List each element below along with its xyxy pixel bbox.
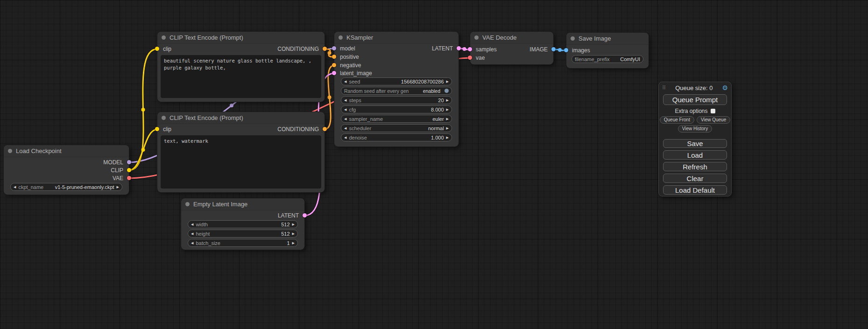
- node-title: CLIP Text Encode (Prompt): [169, 114, 243, 121]
- input-slot-vae: vae: [476, 54, 485, 62]
- batch-size-widget[interactable]: ◀ batch_size 1 ▶: [188, 239, 298, 247]
- vae-output-dot[interactable]: [127, 176, 131, 180]
- steps-widget[interactable]: ◀ steps 20 ▶: [341, 96, 452, 104]
- model-output-dot[interactable]: [127, 160, 131, 164]
- node-title: VAE Decode: [482, 34, 516, 41]
- save-button[interactable]: Save: [663, 139, 727, 148]
- increment-icon[interactable]: ▶: [292, 223, 295, 226]
- cfg-widget[interactable]: ◀ cfg 8.000 ▶: [341, 105, 452, 113]
- model-input-dot[interactable]: [332, 46, 336, 50]
- denoise-widget[interactable]: ◀ denoise 1.000 ▶: [341, 133, 452, 141]
- decrement-icon[interactable]: ◀: [191, 241, 193, 245]
- extra-options-checkbox[interactable]: [711, 109, 715, 113]
- clear-button[interactable]: Clear: [663, 174, 727, 183]
- graph-canvas[interactable]: Load Checkpoint MODEL CLIP VAE ◀ ckpt_na…: [0, 0, 868, 329]
- increment-icon[interactable]: ▶: [446, 108, 449, 111]
- ckpt-name-widget[interactable]: ◀ ckpt_name v1-5-pruned-emaonly.ckpt ▶: [10, 183, 122, 191]
- collapse-dot-icon[interactable]: [571, 36, 575, 41]
- collapse-dot-icon[interactable]: [8, 149, 12, 153]
- slot-label: images: [572, 47, 590, 54]
- image-output-dot[interactable]: [551, 47, 556, 51]
- positive-input-dot[interactable]: [332, 55, 336, 59]
- collapse-dot-icon[interactable]: [474, 35, 479, 40]
- prev-value-icon[interactable]: ◀: [344, 126, 346, 130]
- images-input-dot[interactable]: [564, 48, 568, 52]
- output-slot-latent: LATENT: [278, 212, 299, 219]
- prompt-textarea[interactable]: beautiful scenery nature glass bottle la…: [161, 55, 321, 98]
- decrement-icon[interactable]: ◀: [191, 223, 193, 226]
- collapse-dot-icon[interactable]: [185, 202, 190, 206]
- increment-icon[interactable]: ▶: [446, 136, 449, 139]
- widget-label: denoise: [349, 135, 367, 140]
- decrement-icon[interactable]: ◀: [344, 80, 346, 83]
- decrement-icon[interactable]: ◀: [191, 232, 193, 235]
- link-midpoint-dot: [328, 51, 332, 55]
- sampler-name-widget[interactable]: ◀ sampler_name euler ▶: [341, 115, 452, 123]
- node-title-bar[interactable]: Load Checkpoint: [4, 145, 129, 157]
- drag-handle-icon[interactable]: ⠿: [662, 85, 666, 91]
- slot-label: clip: [163, 46, 171, 52]
- next-value-icon[interactable]: ▶: [117, 185, 119, 189]
- next-value-icon[interactable]: ▶: [446, 126, 449, 130]
- height-widget[interactable]: ◀ height 512 ▶: [188, 230, 298, 238]
- conditioning-output-dot[interactable]: [323, 47, 327, 51]
- filename-prefix-widget[interactable]: filename_prefix ComfyUI: [572, 55, 643, 63]
- node-clip-text-encode-positive[interactable]: CLIP Text Encode (Prompt) clip CONDITION…: [157, 32, 325, 102]
- node-vae-decode[interactable]: VAE Decode samples vae IMAGE: [470, 32, 553, 64]
- conditioning-output-dot[interactable]: [323, 127, 327, 131]
- clip-input-dot[interactable]: [155, 47, 159, 51]
- decrement-icon[interactable]: ◀: [344, 136, 346, 139]
- queue-prompt-button[interactable]: Queue Prompt: [663, 94, 727, 105]
- increment-icon[interactable]: ▶: [446, 80, 449, 83]
- collapse-dot-icon[interactable]: [162, 35, 166, 40]
- increment-icon[interactable]: ▶: [292, 241, 295, 245]
- node-title-bar[interactable]: KSampler: [334, 32, 459, 44]
- output-slot-conditioning: CONDITIONING: [277, 45, 319, 53]
- node-save-image[interactable]: Save Image images filename_prefix ComfyU…: [566, 33, 649, 68]
- prev-value-icon[interactable]: ◀: [14, 185, 16, 189]
- node-empty-latent-image[interactable]: Empty Latent Image LATENT ◀ width 512 ▶ …: [181, 198, 304, 250]
- latent-output-dot[interactable]: [457, 46, 461, 50]
- node-title-bar[interactable]: CLIP Text Encode (Prompt): [157, 32, 325, 44]
- decrement-icon[interactable]: ◀: [344, 98, 346, 102]
- vae-input-dot[interactable]: [468, 56, 472, 60]
- link-midpoint-dot: [141, 108, 145, 112]
- queue-front-button[interactable]: Queue Front: [660, 116, 694, 124]
- latent-image-input-dot[interactable]: [332, 71, 336, 75]
- clip-output-dot[interactable]: [127, 168, 131, 172]
- refresh-button[interactable]: Refresh: [663, 162, 727, 171]
- random-seed-toggle-icon[interactable]: [445, 89, 449, 93]
- negative-input-dot[interactable]: [332, 63, 336, 67]
- samples-input-dot[interactable]: [468, 47, 472, 51]
- node-clip-text-encode-negative[interactable]: CLIP Text Encode (Prompt) clip CONDITION…: [157, 112, 325, 192]
- node-title-bar[interactable]: Empty Latent Image: [181, 198, 304, 210]
- prev-value-icon[interactable]: ◀: [344, 117, 346, 120]
- node-load-checkpoint[interactable]: Load Checkpoint MODEL CLIP VAE ◀ ckpt_na…: [4, 145, 129, 195]
- random-seed-widget[interactable]: Random seed after every gen enabled: [341, 87, 452, 95]
- collapse-dot-icon[interactable]: [162, 116, 166, 120]
- prompt-textarea[interactable]: text, watermark: [161, 135, 321, 189]
- next-value-icon[interactable]: ▶: [446, 117, 449, 120]
- output-slot-model: MODEL: [103, 159, 123, 166]
- node-title-bar[interactable]: Save Image: [566, 33, 649, 45]
- increment-icon[interactable]: ▶: [292, 232, 295, 235]
- settings-gear-icon[interactable]: ⚙: [722, 84, 728, 91]
- load-default-button[interactable]: Load Default: [663, 185, 727, 195]
- node-ksampler[interactable]: KSampler model positive negative latent_…: [334, 32, 459, 147]
- seed-widget[interactable]: ◀ seed 156680208700286 ▶: [341, 77, 452, 85]
- clip-input-dot[interactable]: [155, 127, 159, 131]
- node-title-bar[interactable]: VAE Decode: [470, 32, 553, 44]
- width-widget[interactable]: ◀ width 512 ▶: [188, 220, 298, 228]
- node-title-bar[interactable]: CLIP Text Encode (Prompt): [157, 112, 325, 124]
- slot-label: latent_image: [340, 70, 372, 77]
- decrement-icon[interactable]: ◀: [344, 108, 346, 111]
- view-history-button[interactable]: View History: [678, 125, 712, 133]
- input-slot-samples: samples: [476, 46, 497, 53]
- queue-buttons-row: Queue Front View Queue: [659, 116, 731, 124]
- collapse-dot-icon[interactable]: [339, 35, 343, 40]
- view-queue-button[interactable]: View Queue: [697, 116, 730, 124]
- increment-icon[interactable]: ▶: [446, 98, 449, 102]
- latent-output-dot[interactable]: [303, 213, 307, 217]
- load-button[interactable]: Load: [663, 150, 727, 160]
- scheduler-widget[interactable]: ◀ scheduler normal ▶: [341, 124, 452, 132]
